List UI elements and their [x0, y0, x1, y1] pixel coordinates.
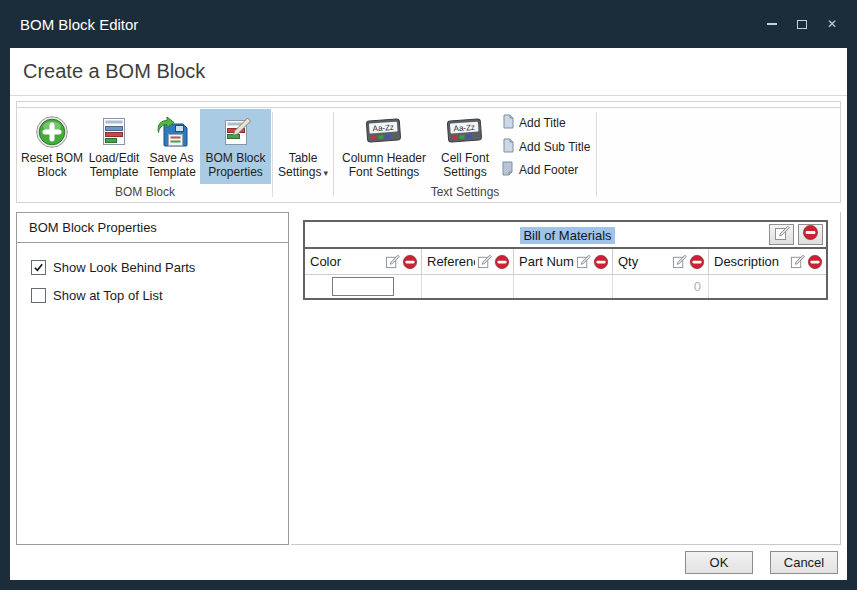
add-title-button[interactable]: Add Title — [499, 112, 587, 134]
col-header-font-label-1: Column Header — [342, 151, 426, 165]
checkbox-unchecked-icon[interactable] — [31, 288, 46, 303]
column-header-part-num: Part Num — [514, 249, 613, 274]
add-title-icon — [502, 114, 514, 132]
page-title: Create a BOM Block — [23, 60, 205, 83]
titlebar[interactable]: BOM Block Editor ✕ — [0, 0, 857, 48]
add-footer-label: Add Footer — [519, 163, 578, 177]
dialog-header: Create a BOM Block — [10, 48, 847, 96]
dialog-footer: OK Cancel — [10, 545, 847, 580]
delete-column-icon[interactable] — [689, 254, 705, 270]
delete-column-icon[interactable] — [494, 254, 510, 270]
bom-props-label-1: BOM Block — [205, 151, 265, 165]
reset-bom-icon — [35, 113, 69, 151]
bom-table-data-row: 0 — [305, 275, 826, 298]
table-settings-label-2: Settings — [278, 165, 321, 179]
column-header-color: Color — [305, 249, 422, 274]
bom-table: Bill of Materials — [303, 220, 828, 300]
delete-icon — [802, 224, 819, 245]
load-edit-label-1: Load/Edit — [89, 151, 140, 165]
cell-reference[interactable] — [422, 275, 514, 298]
edit-column-icon[interactable] — [477, 254, 492, 269]
add-sub-title-button[interactable]: Add Sub Title — [499, 136, 587, 158]
ribbon-separator — [333, 112, 334, 197]
cell-color — [305, 275, 422, 298]
column-header-font-icon: Aa-Zz — [365, 113, 403, 151]
ok-button[interactable]: OK — [685, 551, 753, 574]
add-footer-button[interactable]: Add Footer — [499, 159, 587, 181]
minimize-button[interactable] — [761, 13, 783, 35]
checkbox-show-look-behind-parts[interactable]: Show Look Behind Parts — [31, 260, 288, 275]
load-edit-template-button[interactable]: Load/EditTemplate — [85, 109, 143, 184]
ribbon-separator — [272, 112, 273, 197]
ribbon-group-label-bom-block: BOM Block — [19, 184, 271, 201]
edit-icon — [774, 225, 790, 245]
color-value-input[interactable] — [332, 277, 394, 296]
close-icon: ✕ — [827, 18, 837, 30]
chevron-down-icon: ▾ — [323, 168, 328, 178]
add-sub-title-icon — [502, 138, 514, 156]
close-button[interactable]: ✕ — [821, 13, 843, 35]
reset-bom-label-2: Block — [37, 165, 66, 179]
ribbon-separator — [596, 112, 597, 197]
bom-block-properties-icon — [219, 113, 253, 151]
bom-table-title[interactable]: Bill of Materials — [520, 227, 614, 244]
reset-bom-block-button[interactable]: Reset BOMBlock — [19, 109, 85, 184]
bom-block-editor-window: BOM Block Editor ✕ Create a BOM Block — [0, 0, 857, 590]
save-as-label-1: Save As — [149, 151, 193, 165]
ribbon-group-label-text-settings: Text Settings — [335, 184, 595, 201]
main-area: BOM Block Properties Show Look Behind Pa… — [16, 212, 841, 545]
maximize-icon — [797, 20, 807, 29]
cell-part-num[interactable] — [514, 275, 613, 298]
bom-table-title-row: Bill of Materials — [305, 222, 826, 249]
bom-block-properties-panel: BOM Block Properties Show Look Behind Pa… — [16, 212, 289, 545]
maximize-button[interactable] — [791, 13, 813, 35]
edit-column-icon[interactable] — [385, 254, 400, 269]
font-icon-text: Aa-Zz — [372, 123, 394, 133]
add-title-label: Add Title — [519, 116, 566, 130]
table-settings-button[interactable]: TableSettings▾ — [274, 109, 332, 184]
checkbox-label: Show Look Behind Parts — [53, 260, 195, 275]
delete-column-icon[interactable] — [593, 254, 609, 270]
column-header-qty: Qty — [613, 249, 709, 274]
font-icon-text: Aa-Zz — [453, 123, 475, 133]
cell-font-settings-button[interactable]: Aa-Zz Cell FontSettings — [433, 109, 497, 184]
add-sub-title-label: Add Sub Title — [519, 140, 590, 154]
save-as-label-2: Template — [147, 165, 196, 179]
edit-title-button[interactable] — [769, 224, 794, 245]
qty-value: 0 — [694, 279, 701, 294]
ribbon: Reset BOMBlock — [16, 101, 841, 203]
cell-font-label-1: Cell Font — [441, 151, 489, 165]
save-as-template-icon — [155, 113, 189, 151]
checkbox-label: Show at Top of List — [53, 288, 163, 303]
save-as-template-button[interactable]: Save AsTemplate — [143, 109, 200, 184]
column-header-description: Description — [709, 249, 826, 274]
bom-props-label-2: Properties — [208, 165, 263, 179]
column-header-font-settings-button[interactable]: Aa-Zz Column HeaderFont Settings — [335, 109, 433, 184]
edit-column-icon[interactable] — [672, 254, 687, 269]
column-header-reference: Reference — [422, 249, 514, 274]
window-title: BOM Block Editor — [20, 16, 138, 33]
col-header-font-label-2: Font Settings — [349, 165, 420, 179]
delete-column-icon[interactable] — [807, 254, 823, 270]
bom-table-panel: Bill of Materials — [291, 212, 841, 545]
bom-table-header-row: Color Reference Part Num — [305, 249, 826, 275]
ribbon-group-text-settings: Aa-Zz Column HeaderFont Settings — [335, 109, 595, 201]
reset-bom-label-1: Reset BOM — [21, 151, 83, 165]
ribbon-group-table-settings: TableSettings▾ — [274, 109, 332, 201]
delete-column-icon[interactable] — [402, 254, 418, 270]
bom-block-properties-button[interactable]: BOM BlockProperties — [200, 109, 271, 184]
load-edit-label-2: Template — [90, 165, 139, 179]
add-footer-icon — [502, 161, 514, 179]
load-edit-template-icon — [99, 113, 129, 151]
cell-qty[interactable]: 0 — [613, 275, 709, 298]
edit-column-icon[interactable] — [576, 254, 591, 269]
ribbon-group-bom-block: Reset BOMBlock — [19, 109, 271, 201]
edit-column-icon[interactable] — [790, 254, 805, 269]
checkbox-checked-icon[interactable] — [31, 260, 46, 275]
checkbox-show-at-top-of-list[interactable]: Show at Top of List — [31, 288, 288, 303]
delete-title-button[interactable] — [798, 224, 823, 245]
cancel-button[interactable]: Cancel — [770, 551, 838, 574]
table-settings-label-1: Table — [289, 151, 318, 165]
minimize-icon — [767, 23, 777, 25]
cell-description[interactable] — [709, 275, 826, 298]
